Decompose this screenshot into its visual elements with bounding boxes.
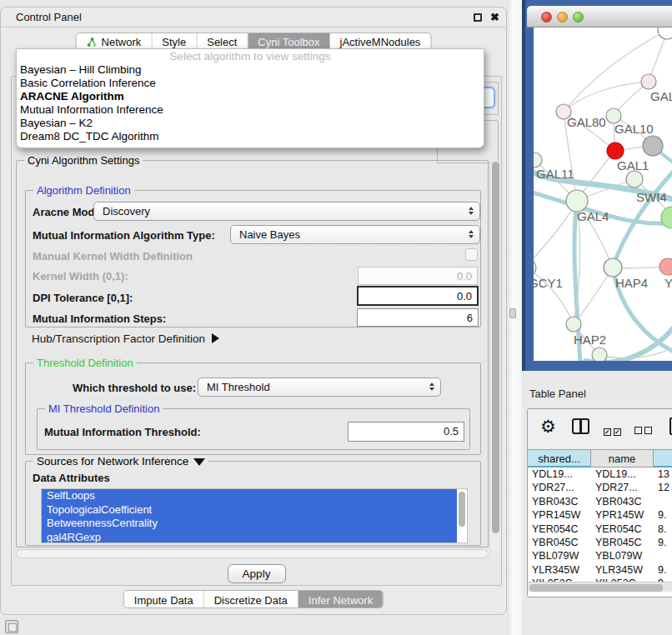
- node-label: GAL8: [650, 89, 672, 103]
- column-header-cut[interactable]: [654, 450, 672, 468]
- gear-icon[interactable]: ⚙: [540, 417, 556, 437]
- tab-cyni-toolbox[interactable]: Cyni Toolbox: [248, 33, 329, 49]
- table-cell[interactable]: YDR27...: [591, 481, 654, 494]
- table-cell[interactable]: YDR27...: [528, 481, 591, 494]
- tab-label: Impute Data: [134, 594, 193, 607]
- table-horizontal-scrollbar[interactable]: [528, 582, 672, 592]
- data-attribute-item[interactable]: gal4RGexp: [42, 531, 457, 544]
- deselect-all-icon[interactable]: [634, 422, 654, 438]
- algorithm-option[interactable]: Basic Correlation Inference: [17, 77, 484, 90]
- tab-network[interactable]: Network: [77, 33, 153, 49]
- tab-impute-data[interactable]: Impute Data: [124, 591, 204, 608]
- network-window-titlebar[interactable]: [527, 6, 672, 28]
- which-threshold-select[interactable]: MI Threshold: [198, 378, 441, 397]
- table-cell[interactable]: YPR145W: [591, 508, 654, 522]
- table-cell[interactable]: 9.: [654, 508, 672, 522]
- data-attribute-item[interactable]: BetweennessCentrality: [42, 517, 457, 531]
- network-node[interactable]: [607, 142, 624, 159]
- apply-button[interactable]: Apply: [228, 564, 286, 583]
- close-icon[interactable]: ✖: [490, 11, 499, 23]
- panel-splitter[interactable]: [507, 0, 522, 635]
- data-attributes-list[interactable]: SelfLoopsTopologicalCoefficientBetweenne…: [41, 488, 468, 543]
- algorithm-option[interactable]: ARACNE Algorithm: [17, 90, 484, 103]
- table-cell[interactable]: [654, 549, 672, 562]
- tab-jactivemnodules[interactable]: jActiveMNodules: [330, 33, 431, 49]
- network-node[interactable]: [641, 74, 656, 89]
- mi-threshold-field[interactable]: 0.5: [348, 422, 464, 442]
- algorithm-option[interactable]: Mutual Information Inference: [17, 103, 484, 117]
- minimize-traffic-light-icon[interactable]: [557, 12, 568, 22]
- network-canvas[interactable]: GAL8GAL80GAL10GAL1GAL11SWI4GAL4GCY1HAP4Y…: [534, 28, 672, 361]
- dpi-tolerance-field[interactable]: 0.0: [357, 286, 479, 306]
- manual-kernel-width-checkbox[interactable]: [465, 248, 478, 261]
- table-row[interactable]: YLR345WYLR345W9.: [528, 563, 672, 577]
- tab-select[interactable]: Select: [197, 33, 248, 49]
- algorithm-option[interactable]: Bayesian – K2: [17, 117, 484, 130]
- table-row[interactable]: YBR043CYBR043C: [528, 495, 672, 508]
- network-node[interactable]: [566, 317, 581, 332]
- table-cell[interactable]: YLR345W: [528, 563, 591, 577]
- network-node[interactable]: [592, 348, 607, 361]
- cyni-bottom-tab-bar: Impute Data Discretize Data Infer Networ…: [123, 590, 384, 608]
- table-cell[interactable]: YDL19...: [528, 468, 591, 481]
- table-cell[interactable]: YBL079W: [528, 549, 591, 562]
- network-node[interactable]: [604, 258, 622, 277]
- table-cell[interactable]: YER054C: [528, 522, 591, 536]
- table-row[interactable]: YBL079WYBL079W: [528, 549, 672, 562]
- algorithm-option[interactable]: Dream8 DC_TDC Algorithm: [17, 130, 484, 143]
- table-cell[interactable]: 9.: [654, 563, 672, 577]
- table-cell[interactable]: 13: [654, 468, 672, 481]
- chevron-right-icon: [212, 333, 219, 343]
- mini-panel-icon[interactable]: [5, 620, 18, 633]
- table-cell[interactable]: 12: [654, 481, 672, 494]
- table-row[interactable]: YPR145WYPR145W9.: [528, 508, 672, 522]
- scrollbar-thumb[interactable]: [529, 584, 663, 592]
- table-row[interactable]: YDR27...YDR27...12: [528, 481, 672, 494]
- float-window-icon[interactable]: [474, 13, 482, 22]
- column-header-shared-name[interactable]: shared...: [528, 450, 591, 468]
- settings-horizontal-scrollbar[interactable]: [16, 549, 489, 558]
- table-cell[interactable]: YBR043C: [591, 495, 654, 508]
- table-cell[interactable]: YDL19...: [591, 468, 654, 481]
- scrollbar-thumb[interactable]: [492, 162, 499, 533]
- list-scrollbar[interactable]: [457, 490, 466, 543]
- table-cell[interactable]: YLR345W: [591, 563, 654, 577]
- hub-section-toggle[interactable]: Hub/Transcription Factor Definition: [32, 332, 219, 345]
- data-attribute-item[interactable]: SelfLoops: [42, 489, 457, 503]
- network-node[interactable]: [658, 28, 672, 39]
- network-node[interactable]: [659, 258, 672, 275]
- table-row[interactable]: YDL19...YDL19...13: [528, 468, 672, 481]
- table-row[interactable]: YBR045CYBR045C9.: [528, 536, 672, 549]
- mi-algorithm-type-select[interactable]: Naive Bayes: [230, 225, 480, 244]
- table-row[interactable]: YER054CYER054C8.: [528, 522, 672, 536]
- sources-toggle[interactable]: Sources for Network Inference: [33, 455, 208, 468]
- table-cell[interactable]: YBL079W: [591, 549, 654, 562]
- tab-infer-network[interactable]: Infer Network: [298, 591, 383, 608]
- aracne-mode-select[interactable]: Discovery: [93, 202, 480, 221]
- mi-steps-field[interactable]: 6: [357, 308, 479, 327]
- select-all-icon[interactable]: ✓✓: [604, 422, 624, 438]
- table-cell[interactable]: 8.: [654, 522, 672, 536]
- data-attribute-item[interactable]: TopologicalCoefficient: [42, 503, 457, 518]
- scrollbar-thumb[interactable]: [459, 492, 465, 527]
- splitter-handle-icon[interactable]: [509, 308, 516, 318]
- tab-style[interactable]: Style: [152, 33, 197, 49]
- table-cell[interactable]: YBR043C: [528, 495, 591, 508]
- table-cell[interactable]: YBR045C: [528, 536, 591, 549]
- group-title: Algorithm Definition: [33, 184, 134, 197]
- tab-discretize-data[interactable]: Discretize Data: [204, 591, 298, 608]
- table-cell[interactable]: YPR145W: [528, 508, 591, 522]
- network-node[interactable]: [643, 136, 663, 156]
- algorithm-option[interactable]: Bayesian – Hill Climbing: [17, 63, 484, 77]
- table-cell[interactable]: 9.: [654, 536, 672, 549]
- network-node[interactable]: [626, 171, 643, 188]
- table-cell[interactable]: [654, 495, 672, 508]
- close-traffic-light-icon[interactable]: [541, 12, 552, 22]
- table-cell[interactable]: YBR045C: [591, 536, 654, 549]
- settings-vertical-scrollbar[interactable]: [489, 160, 500, 552]
- zoom-traffic-light-icon[interactable]: [573, 12, 584, 22]
- split-columns-icon[interactable]: [572, 418, 589, 434]
- column-header-name[interactable]: name: [591, 450, 654, 468]
- table-cell[interactable]: YER054C: [591, 522, 654, 536]
- kernel-width-field[interactable]: 0.0: [358, 267, 478, 285]
